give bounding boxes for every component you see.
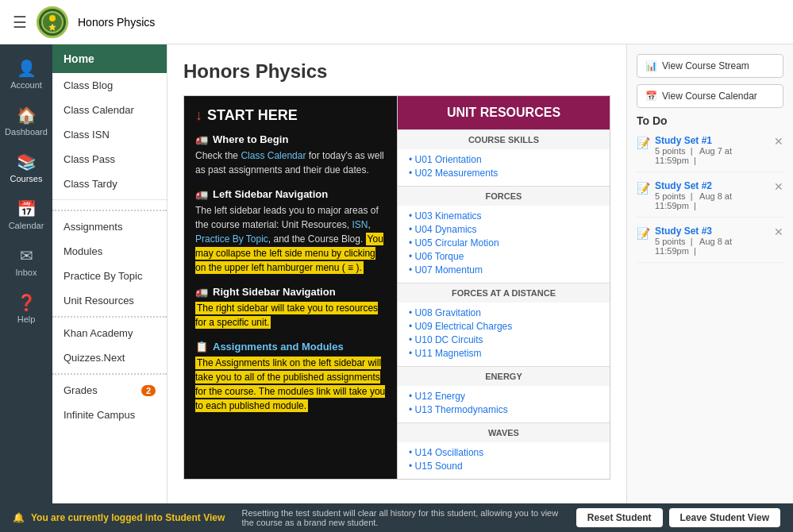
todo-meta-3: 5 points | Aug 8 at 11:59pm | [655,237,774,256]
u06-link[interactable]: U06 Torque [409,251,599,262]
action-buttons: Reset Student Leave Student View [576,508,780,527]
sidebar-item-unit-resources[interactable]: Unit Resources [52,288,167,313]
inbox-icon: ✉ [20,246,33,265]
section-forces-at-distance: FORCES AT A DISTANCE [398,283,610,303]
todo-meta-2: 5 points | Aug 8 at 11:59pm | [655,191,774,210]
nav-item-dashboard[interactable]: 🏠 Dashboard [0,98,52,145]
sidebar-item-class-isn[interactable]: Class ISN [52,122,167,147]
svg-point-1 [49,15,56,21]
u13-link[interactable]: U13 Thermodynamics [409,404,599,415]
todo-icon-1: 📝 [637,137,650,149]
leave-student-view-button[interactable]: Leave Student View [669,508,780,527]
sidebar-item-grades[interactable]: Grades 2 [52,378,167,403]
top-bar: ☰ ⭐ Honors Physics [0,0,793,44]
u03-link[interactable]: U03 Kinematics [409,210,599,222]
sidebar-item-quizzes-next[interactable]: Quizzes.Next [52,345,167,370]
start-here-panel: ↓ START HERE 🚛 Where to Begin Check the … [184,96,397,479]
sidebar-item-class-tardy[interactable]: Class Tardy [52,172,167,196]
u02-link[interactable]: U02 Measurements [409,168,599,179]
todo-close-3[interactable]: ✕ [774,226,783,238]
arrow-down-icon: ↓ [195,107,202,124]
u01-link[interactable]: U01 Orientation [409,154,599,165]
grades-badge: 2 [141,385,156,396]
u05-link[interactable]: U05 Circular Motion [409,237,599,249]
sidebar-item-khan-academy[interactable]: Khan Academy [52,321,167,345]
truck-icon-1: 🚛 [195,133,208,145]
u12-link[interactable]: U12 Energy [409,391,599,402]
sidebar-item-class-calendar[interactable]: Class Calendar [52,98,167,122]
section-energy: ENERGY [398,366,610,386]
start-here-title: ↓ START HERE [195,107,386,124]
sidebar-item-assignments[interactable]: Assignments [52,214,167,239]
left-sidebar-nav-section: 🚛 Left Sidebar Navigation The left sideb… [195,188,386,275]
u14-link[interactable]: U14 Oscillations [409,447,599,458]
calendar-icon: 📅 [17,199,37,218]
todo-close-1[interactable]: ✕ [774,135,783,148]
u15-link[interactable]: U15 Sound [409,461,599,472]
cal-icon: 📅 [645,91,657,102]
sidebar-home[interactable]: Home [52,44,167,73]
nav-item-calendar[interactable]: 📅 Calendar [0,191,52,238]
doc-icon: 📋 [195,341,208,353]
todo-title-2[interactable]: Study Set #2 [655,180,774,191]
todo-title: To Do [637,114,783,127]
todo-icon-3: 📝 [637,227,650,240]
todo-title-3[interactable]: Study Set #3 [655,226,774,237]
unit-resources-header: UNIT RESOURCES [398,96,610,129]
todo-close-2[interactable]: ✕ [774,180,783,193]
reset-student-button[interactable]: Reset Student [576,508,663,527]
dashboard-icon: 🏠 [17,106,37,125]
stream-icon: 📊 [645,60,657,71]
u10-link[interactable]: U10 DC Circuits [409,334,599,345]
section-course-skills: COURSE SKILLS [398,129,610,149]
student-view-icon: 🔔 [13,512,25,523]
class-calendar-link[interactable]: Class Calendar [241,150,306,161]
nav-item-inbox[interactable]: ✉ Inbox [0,238,52,285]
page-title: Honors Physics [183,60,610,83]
left-nav: 👤 Account 🏠 Dashboard 📚 Courses 📅 Calend… [0,44,52,503]
sidebar-divider-1 [52,199,167,200]
courses-icon: 📚 [17,152,37,172]
u09-link[interactable]: U09 Electrical Charges [409,321,599,332]
practice-by-topic-link[interactable]: Practice By Topic [195,233,268,245]
sidebar-divider-dots-3 [52,373,167,375]
bottom-bar: 🔔 You are currently logged into Student … [0,503,793,532]
main-content: Honors Physics ↓ START HERE 🚛 Where to B… [167,44,626,503]
todo-item-2: 📝 Study Set #2 5 points | Aug 8 at 11:59… [637,180,783,218]
u07-link[interactable]: U07 Momentum [409,264,599,276]
todo-title-1[interactable]: Study Set #1 [655,135,774,146]
assignments-modules-section: 📋 Assignments and Modules The Assignment… [195,341,386,413]
nav-item-account[interactable]: 👤 Account [0,51,52,98]
u04-link[interactable]: U04 Dynamics [409,224,599,235]
reset-info: Resetting the test student will clear al… [242,508,560,527]
right-sidebar: 📊 View Course Stream 📅 View Course Calen… [626,44,793,503]
content-grid: ↓ START HERE 🚛 Where to Begin Check the … [183,95,610,480]
sidebar-item-practice-by-topic[interactable]: Practice By Topic [52,264,167,288]
course-sidebar: Home Class Blog Class Calendar Class ISN… [52,44,167,503]
assignments-modules-link[interactable]: Assignments and Modules [213,341,344,353]
help-icon: ❓ [17,293,37,312]
sidebar-item-modules[interactable]: Modules [52,239,167,264]
waves-links: U14 Oscillations U15 Sound [398,442,610,479]
view-course-stream-button[interactable]: 📊 View Course Stream [637,54,783,78]
nav-item-courses[interactable]: 📚 Courses [0,145,52,191]
where-to-begin-section: 🚛 Where to Begin Check the Class Calenda… [195,133,386,177]
hamburger-icon[interactable]: ☰ [13,13,27,32]
u11-link[interactable]: U11 Magnetism [409,348,599,359]
view-course-calendar-button[interactable]: 📅 View Course Calendar [637,84,783,108]
todo-meta-1: 5 points | Aug 7 at 11:59pm | [655,146,774,165]
nav-item-help[interactable]: ❓ Help [0,285,52,332]
todo-item-3: 📝 Study Set #3 5 points | Aug 8 at 11:59… [637,226,783,263]
todo-section: To Do 📝 Study Set #1 5 points | Aug 7 at… [637,114,783,263]
account-icon: 👤 [17,59,37,78]
sidebar-item-infinite-campus[interactable]: Infinite Campus [52,403,167,427]
course-skills-links: U01 Orientation U02 Measurements [398,149,610,186]
isn-link[interactable]: ISN [352,219,368,230]
todo-icon-2: 📝 [637,182,650,195]
u08-link[interactable]: U08 Gravitation [409,307,599,318]
sidebar-item-class-blog[interactable]: Class Blog [52,73,167,98]
student-view-text: 🔔 You are currently logged into Student … [13,512,225,523]
unit-resources-panel: UNIT RESOURCES COURSE SKILLS U01 Orienta… [397,96,610,479]
section-waves: WAVES [398,422,610,442]
sidebar-item-class-pass[interactable]: Class Pass [52,147,167,172]
